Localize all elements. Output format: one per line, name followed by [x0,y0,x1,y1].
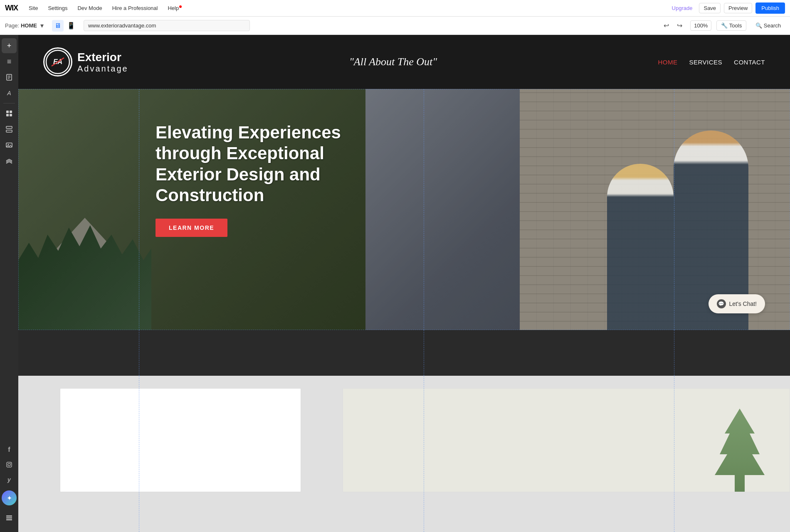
second-bar-right: ↩ ↪ 100% 🔧 Tools 🔍 Search [660,20,785,32]
nav-contact[interactable]: CONTACT [734,59,765,66]
hero-section: Elevating Experiences through Exceptiona… [18,89,790,330]
canvas-area: EA Exterior Advantage "All About The Out… [18,35,790,532]
svg-rect-4 [6,111,9,113]
chat-button[interactable]: 💬 Let's Chat! [709,294,765,313]
logo-text: Exterior Advantage [77,51,128,74]
main-layout: + ≡ A f y ✦ [0,35,790,532]
learn-more-button[interactable]: LEARN MORE [156,219,227,237]
themes-icon[interactable]: A [2,86,17,101]
svg-point-14 [10,463,11,464]
bottom-right-card [343,388,790,492]
top-bar: WIX Site Settings Dev Mode Hire a Profes… [0,0,790,17]
strip-guide-1 [139,376,139,532]
apps-icon[interactable] [2,106,17,121]
chat-icon: 💬 [717,299,726,308]
search-button[interactable]: 🔍 Search [751,21,785,30]
sidebar-divider-1 [3,103,15,103]
device-selector: 🖥 📱 [52,20,77,32]
sidebar-social: f y ✦ [2,444,17,529]
instagram-sidebar-icon[interactable] [3,459,15,470]
svg-rect-17 [6,519,12,520]
svg-rect-8 [6,126,12,128]
strip-guide-2 [424,376,424,532]
search-icon: 🔍 [755,22,762,29]
url-bar[interactable]: www.exterioradvantage.com [84,20,250,31]
hero-title: Elevating Experiences through Exceptiona… [156,122,363,206]
page-dropdown-icon[interactable]: ▾ [39,22,45,29]
top-bar-right: Upgrade Save Preview Publish [669,2,785,14]
nav-services[interactable]: SERVICES [689,59,723,66]
publish-button[interactable]: Publish [755,2,785,14]
nav-hire[interactable]: Hire a Professional [108,3,162,13]
more-tools-icon[interactable] [2,510,17,525]
help-notification-dot [179,5,182,8]
svg-rect-7 [10,114,12,116]
redo-button[interactable]: ↪ [674,20,685,32]
sections-icon[interactable] [2,122,17,137]
left-sidebar: + ≡ A f y ✦ [0,35,18,532]
mobile-icon[interactable]: 📱 [65,20,77,32]
footer-dark-section [18,330,790,376]
logo-circle: EA [43,47,72,76]
yelp-sidebar-icon[interactable]: y [3,474,15,485]
bottom-left-card [60,388,301,492]
footer-guide-1 [139,330,139,376]
footer-guide-2 [424,330,424,376]
svg-point-13 [8,463,10,466]
strip-guide-3 [674,376,674,532]
upgrade-button[interactable]: Upgrade [669,3,696,13]
tools-icon: 🔧 [721,22,728,29]
undo-redo-group: ↩ ↪ [660,20,685,32]
tools-button[interactable]: 🔧 Tools [716,20,746,31]
svg-rect-12 [7,462,12,467]
svg-rect-5 [10,111,12,113]
nav-help[interactable]: Help [163,3,186,13]
save-button[interactable]: Save [699,3,721,13]
svg-rect-15 [6,515,12,517]
menu-manage-icon[interactable]: ≡ [2,54,17,69]
desktop-icon[interactable]: 🖥 [52,20,64,32]
nav-site[interactable]: Site [25,3,42,13]
nav-home[interactable]: HOME [658,59,678,66]
undo-button[interactable]: ↩ [660,20,672,32]
nav-settings[interactable]: Settings [44,3,72,13]
page-label: Page: [5,22,19,29]
bottom-strip [18,376,790,532]
preview-button[interactable]: Preview [724,3,752,13]
brand-name: Exterior [77,51,128,64]
page-name: HOME [21,22,37,29]
brand-sub: Advantage [77,64,128,73]
svg-point-11 [8,144,9,145]
svg-rect-16 [6,517,12,519]
site-nav: HOME SERVICES CONTACT [658,59,765,66]
site-header: EA Exterior Advantage "All About The Out… [18,35,790,89]
top-nav: Site Settings Dev Mode Hire a Profession… [25,3,669,13]
zoom-indicator[interactable]: 100% [690,20,711,31]
svg-rect-9 [6,130,12,132]
site-tagline: "All About The Out" [128,56,658,68]
add-elements-icon[interactable]: + [2,38,17,53]
footer-guide-3 [674,330,674,376]
ai-assistant-button[interactable]: ✦ [2,490,17,505]
facebook-sidebar-icon[interactable]: f [3,444,15,456]
second-bar: Page: HOME ▾ 🖥 📱 www.exterioradvantage.c… [0,17,790,35]
layers-icon[interactable] [2,153,17,168]
wix-logo: WIX [5,4,18,12]
hero-content: Elevating Experiences through Exceptiona… [18,89,790,237]
site-logo-area: EA Exterior Advantage [43,47,128,76]
media-icon[interactable] [2,138,17,153]
chat-label: Let's Chat! [729,300,757,307]
nav-devmode[interactable]: Dev Mode [73,3,106,13]
pages-icon[interactable] [2,70,17,85]
svg-rect-6 [6,114,9,116]
